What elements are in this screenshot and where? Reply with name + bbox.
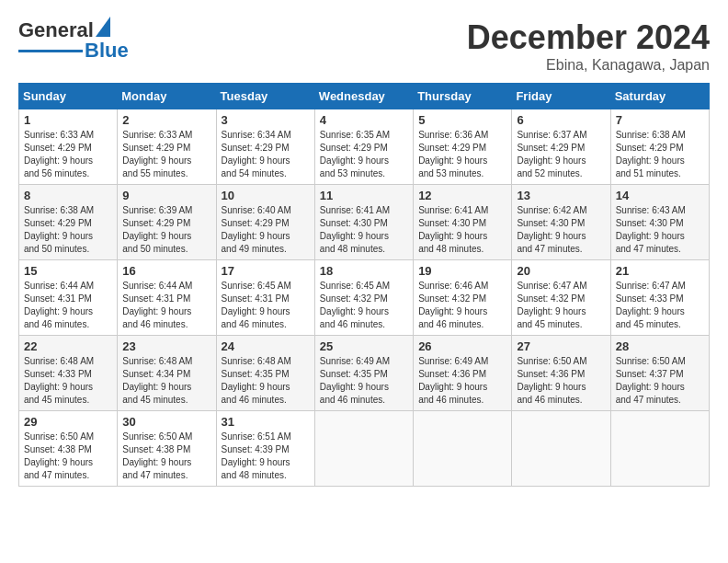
calendar-cell: 1 Sunrise: 6:33 AMSunset: 4:29 PMDayligh…: [19, 109, 118, 185]
day-number: 2: [122, 113, 210, 127]
day-number: 23: [122, 339, 210, 353]
day-number: 26: [418, 339, 506, 353]
day-number: 30: [122, 415, 210, 429]
logo-blue-text: Blue: [85, 39, 129, 63]
day-number: 19: [418, 264, 506, 278]
calendar-cell: 28 Sunrise: 6:50 AMSunset: 4:37 PMDaylig…: [610, 336, 709, 411]
day-number: 29: [24, 415, 112, 429]
calendar-week-row: 29 Sunrise: 6:50 AMSunset: 4:38 PMDaylig…: [19, 411, 710, 487]
column-header-monday: Monday: [118, 84, 216, 109]
cell-details: Sunrise: 6:48 AMSunset: 4:33 PMDaylight:…: [24, 356, 94, 405]
day-number: 25: [320, 339, 408, 353]
logo: General Blue: [18, 18, 129, 63]
calendar-cell: 27 Sunrise: 6:50 AMSunset: 4:36 PMDaylig…: [512, 336, 610, 411]
calendar-cell: 11 Sunrise: 6:41 AMSunset: 4:30 PMDaylig…: [314, 185, 413, 260]
cell-details: Sunrise: 6:38 AMSunset: 4:29 PMDaylight:…: [616, 130, 686, 178]
column-header-friday: Friday: [512, 84, 610, 109]
calendar-cell: 15 Sunrise: 6:44 AMSunset: 4:31 PMDaylig…: [19, 260, 118, 336]
calendar-cell: 6 Sunrise: 6:37 AMSunset: 4:29 PMDayligh…: [512, 109, 610, 185]
calendar-cell: 29 Sunrise: 6:50 AMSunset: 4:38 PMDaylig…: [19, 411, 118, 487]
calendar-cell: 17 Sunrise: 6:45 AMSunset: 4:31 PMDaylig…: [216, 260, 314, 336]
day-number: 17: [222, 264, 310, 278]
calendar-cell: 8 Sunrise: 6:38 AMSunset: 4:29 PMDayligh…: [19, 185, 118, 260]
calendar-cell: 20 Sunrise: 6:47 AMSunset: 4:32 PMDaylig…: [512, 260, 610, 336]
calendar-cell: 26 Sunrise: 6:49 AMSunset: 4:36 PMDaylig…: [414, 336, 512, 411]
cell-details: Sunrise: 6:47 AMSunset: 4:32 PMDaylight:…: [517, 281, 586, 329]
column-header-tuesday: Tuesday: [216, 84, 314, 109]
day-number: 27: [517, 339, 605, 353]
calendar-cell: 7 Sunrise: 6:38 AMSunset: 4:29 PMDayligh…: [610, 109, 709, 185]
logo-triangle-icon: [96, 17, 110, 37]
column-header-thursday: Thursday: [414, 84, 512, 109]
calendar-cell: 21 Sunrise: 6:47 AMSunset: 4:33 PMDaylig…: [610, 260, 709, 336]
calendar-cell: 13 Sunrise: 6:42 AMSunset: 4:30 PMDaylig…: [512, 185, 610, 260]
calendar-cell: 31 Sunrise: 6:51 AMSunset: 4:39 PMDaylig…: [216, 411, 314, 487]
day-number: 10: [222, 189, 310, 202]
cell-details: Sunrise: 6:47 AMSunset: 4:33 PMDaylight:…: [616, 281, 686, 329]
calendar-week-row: 22 Sunrise: 6:48 AMSunset: 4:33 PMDaylig…: [19, 336, 710, 411]
calendar-cell: 5 Sunrise: 6:36 AMSunset: 4:29 PMDayligh…: [414, 109, 512, 185]
calendar-cell: 2 Sunrise: 6:33 AMSunset: 4:29 PMDayligh…: [118, 109, 216, 185]
cell-details: Sunrise: 6:41 AMSunset: 4:30 PMDaylight:…: [418, 205, 488, 254]
column-header-wednesday: Wednesday: [314, 84, 413, 109]
cell-details: Sunrise: 6:35 AMSunset: 4:29 PMDaylight:…: [320, 130, 390, 178]
cell-details: Sunrise: 6:50 AMSunset: 4:37 PMDaylight:…: [616, 356, 686, 405]
cell-details: Sunrise: 6:50 AMSunset: 4:36 PMDaylight:…: [517, 356, 586, 405]
calendar-week-row: 8 Sunrise: 6:38 AMSunset: 4:29 PMDayligh…: [19, 185, 710, 260]
day-number: 31: [222, 415, 310, 429]
day-number: 4: [320, 113, 408, 127]
calendar-cell: 3 Sunrise: 6:34 AMSunset: 4:29 PMDayligh…: [216, 109, 314, 185]
day-number: 22: [24, 339, 112, 353]
page-header: General Blue December 2024 Ebina, Kanaga…: [18, 18, 710, 74]
calendar-cell: 14 Sunrise: 6:43 AMSunset: 4:30 PMDaylig…: [610, 185, 709, 260]
cell-details: Sunrise: 6:37 AMSunset: 4:29 PMDaylight:…: [517, 130, 586, 178]
day-number: 20: [517, 264, 605, 278]
calendar-table: SundayMondayTuesdayWednesdayThursdayFrid…: [18, 83, 710, 487]
day-number: 6: [517, 113, 605, 127]
cell-details: Sunrise: 6:50 AMSunset: 4:38 PMDaylight:…: [24, 431, 94, 480]
column-header-sunday: Sunday: [19, 84, 118, 109]
cell-details: Sunrise: 6:40 AMSunset: 4:29 PMDaylight:…: [222, 205, 291, 254]
calendar-cell: 24 Sunrise: 6:48 AMSunset: 4:35 PMDaylig…: [216, 336, 314, 411]
cell-details: Sunrise: 6:48 AMSunset: 4:34 PMDaylight:…: [122, 356, 192, 405]
day-number: 14: [616, 189, 704, 202]
day-number: 21: [616, 264, 704, 278]
calendar-cell: 22 Sunrise: 6:48 AMSunset: 4:33 PMDaylig…: [19, 336, 118, 411]
cell-details: Sunrise: 6:45 AMSunset: 4:32 PMDaylight:…: [320, 281, 390, 329]
day-number: 1: [24, 113, 112, 127]
day-number: 28: [616, 339, 704, 353]
day-number: 5: [418, 113, 506, 127]
svg-marker-0: [96, 17, 110, 37]
calendar-cell: [314, 411, 413, 487]
day-number: 8: [24, 189, 112, 202]
day-number: 7: [616, 113, 704, 127]
cell-details: Sunrise: 6:50 AMSunset: 4:38 PMDaylight:…: [122, 431, 192, 480]
cell-details: Sunrise: 6:49 AMSunset: 4:36 PMDaylight:…: [418, 356, 488, 405]
cell-details: Sunrise: 6:46 AMSunset: 4:32 PMDaylight:…: [418, 281, 488, 329]
cell-details: Sunrise: 6:38 AMSunset: 4:29 PMDaylight:…: [24, 205, 94, 254]
day-number: 12: [418, 189, 506, 202]
calendar-cell: 30 Sunrise: 6:50 AMSunset: 4:38 PMDaylig…: [118, 411, 216, 487]
calendar-cell: [512, 411, 610, 487]
calendar-week-row: 15 Sunrise: 6:44 AMSunset: 4:31 PMDaylig…: [19, 260, 710, 336]
day-number: 11: [320, 189, 408, 202]
calendar-cell: [414, 411, 512, 487]
cell-details: Sunrise: 6:44 AMSunset: 4:31 PMDaylight:…: [122, 281, 192, 329]
cell-details: Sunrise: 6:42 AMSunset: 4:30 PMDaylight:…: [517, 205, 586, 254]
cell-details: Sunrise: 6:43 AMSunset: 4:30 PMDaylight:…: [616, 205, 686, 254]
cell-details: Sunrise: 6:48 AMSunset: 4:35 PMDaylight:…: [222, 356, 291, 405]
calendar-cell: 9 Sunrise: 6:39 AMSunset: 4:29 PMDayligh…: [118, 185, 216, 260]
logo-underline: [18, 50, 83, 52]
cell-details: Sunrise: 6:41 AMSunset: 4:30 PMDaylight:…: [320, 205, 390, 254]
cell-details: Sunrise: 6:51 AMSunset: 4:39 PMDaylight:…: [222, 431, 291, 480]
cell-details: Sunrise: 6:33 AMSunset: 4:29 PMDaylight:…: [24, 130, 94, 178]
day-number: 9: [122, 189, 210, 202]
day-number: 16: [122, 264, 210, 278]
calendar-week-row: 1 Sunrise: 6:33 AMSunset: 4:29 PMDayligh…: [19, 109, 710, 185]
calendar-cell: 19 Sunrise: 6:46 AMSunset: 4:32 PMDaylig…: [414, 260, 512, 336]
calendar-cell: [610, 411, 709, 487]
calendar-cell: 4 Sunrise: 6:35 AMSunset: 4:29 PMDayligh…: [314, 109, 413, 185]
calendar-cell: 12 Sunrise: 6:41 AMSunset: 4:30 PMDaylig…: [414, 185, 512, 260]
cell-details: Sunrise: 6:39 AMSunset: 4:29 PMDaylight:…: [122, 205, 192, 254]
cell-details: Sunrise: 6:36 AMSunset: 4:29 PMDaylight:…: [418, 130, 488, 178]
